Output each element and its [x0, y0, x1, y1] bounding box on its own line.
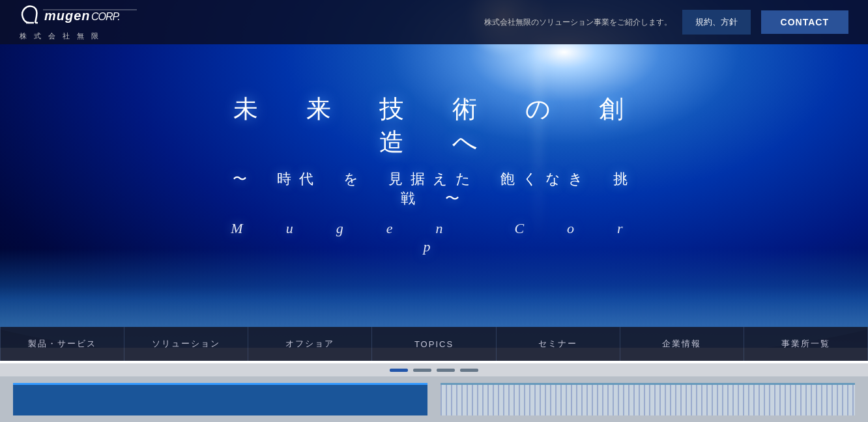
slide-dot-1[interactable]: [413, 369, 431, 372]
nav-item-セミナー[interactable]: セミナー: [497, 327, 620, 361]
svg-text:CORP.: CORP.: [91, 11, 120, 22]
logo-area: mugen CORP. 株 式 会 社 無 限: [20, 3, 150, 41]
contact-button[interactable]: CONTACT: [761, 10, 848, 34]
hero-brand: M u g e n C o r p: [217, 219, 651, 255]
bottom-pattern: [441, 385, 855, 415]
nav-item-企業情報[interactable]: 企業情報: [620, 327, 744, 361]
policy-button[interactable]: 規約、方針: [682, 10, 751, 35]
nav-item-事業所一覧[interactable]: 事業所一覧: [744, 327, 868, 361]
bottom-card-left: [13, 383, 427, 415]
hero-section: 未 来 技 術 の 創 造 へ 〜 時代 を 見据えた 飽くなき 挑戦 〜 M …: [0, 0, 868, 348]
header-tagline: 株式会社無限のソリューション事業をご紹介します。: [484, 17, 672, 28]
slide-dot-0[interactable]: [390, 369, 408, 372]
bottom-strip: [0, 376, 868, 422]
nav-item-ソリューション[interactable]: ソリューション: [124, 327, 248, 361]
hero-sub-title: 〜 時代 を 見据えた 飽くなき 挑戦 〜: [217, 169, 651, 208]
slide-dot-3[interactable]: [460, 369, 478, 372]
navbar: 製品・サービスソリューションオフショアTOPICSセミナー企業情報事業所一覧: [0, 327, 868, 361]
header-right: 株式会社無限のソリューション事業をご紹介します。 規約、方針 CONTACT: [484, 10, 848, 35]
dots-indicator: [0, 363, 868, 376]
nav-item-製品-サービス[interactable]: 製品・サービス: [0, 327, 124, 361]
bottom-card-right: [441, 383, 855, 415]
nav-item-TOPICS[interactable]: TOPICS: [372, 327, 496, 361]
logo-subtitle: 株 式 会 社 無 限: [20, 31, 101, 41]
svg-text:mugen: mugen: [44, 8, 91, 23]
nav-item-オフショア[interactable]: オフショア: [248, 327, 372, 361]
hero-text: 未 来 技 術 の 創 造 へ 〜 時代 を 見据えた 飽くなき 挑戦 〜 M …: [217, 92, 651, 255]
slide-dot-2[interactable]: [437, 369, 455, 372]
logo[interactable]: mugen CORP.: [20, 3, 150, 30]
header: mugen CORP. 株 式 会 社 無 限 株式会社無限のソリューション事業…: [0, 0, 868, 44]
hero-main-title: 未 来 技 術 の 創 造 へ: [217, 92, 651, 159]
